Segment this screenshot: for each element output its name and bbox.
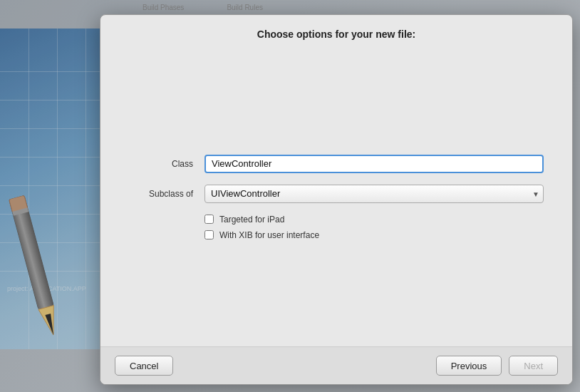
subclass-row: Subclass of UIViewController UITableView… — [129, 185, 544, 203]
next-button[interactable]: Next — [509, 356, 558, 376]
modal-footer: Cancel Previous Next — [100, 346, 572, 384]
checkboxes-area: Targeted for iPad With XIB for user inte… — [204, 215, 544, 240]
modal-title: Choose options for your new file: — [257, 29, 415, 40]
checkbox-row-ipad: Targeted for iPad — [204, 215, 544, 225]
class-label: Class — [129, 159, 193, 169]
checkbox-row-xib: With XIB for user interface — [204, 230, 544, 240]
class-input[interactable] — [204, 155, 544, 173]
with-xib-label: With XIB for user interface — [219, 230, 319, 240]
with-xib-checkbox[interactable] — [204, 230, 214, 239]
subclass-label: Subclass of — [129, 189, 193, 199]
modal-body: Class Subclass of UIViewController UITab… — [100, 48, 572, 346]
class-row: Class — [129, 155, 544, 173]
subclass-select[interactable]: UIViewController UITableViewController U… — [204, 185, 544, 203]
targeted-ipad-label: Targeted for iPad — [219, 215, 284, 225]
cancel-button[interactable]: Cancel — [115, 356, 173, 376]
previous-button[interactable]: Previous — [436, 356, 502, 376]
subclass-select-wrapper: UIViewController UITableViewController U… — [204, 185, 544, 203]
modal-header: Choose options for your new file: — [100, 15, 572, 48]
modal-dialog: Choose options for your new file: Class … — [100, 14, 573, 385]
targeted-ipad-checkbox[interactable] — [204, 215, 214, 224]
footer-right-buttons: Previous Next — [436, 356, 558, 376]
